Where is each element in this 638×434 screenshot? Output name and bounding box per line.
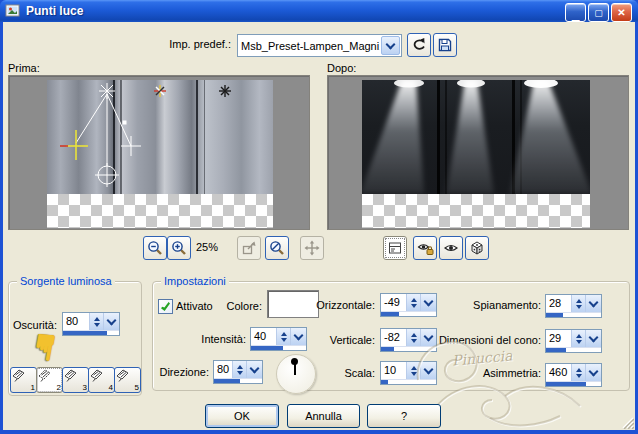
before-image[interactable]: [47, 80, 273, 228]
before-art[interactable]: [47, 80, 273, 194]
ok-button[interactable]: OK: [205, 404, 279, 428]
preset-value[interactable]: Msb_Preset-Lampen_Magni...: [238, 40, 380, 52]
light-handles-overlay[interactable]: [47, 80, 273, 194]
horizontal-label: Orizzontale:: [280, 299, 375, 311]
direction-spinner[interactable]: 80: [213, 360, 263, 384]
slider-dropdown-button[interactable]: [420, 294, 436, 311]
intensity-value[interactable]: 40: [251, 328, 276, 345]
slider-dropdown-button[interactable]: [290, 328, 306, 345]
horizontal-spinner[interactable]: -49: [380, 293, 437, 317]
scale-value[interactable]: 10: [381, 362, 406, 379]
spin-buttons[interactable]: [406, 329, 420, 346]
spin-buttons[interactable]: [89, 313, 103, 330]
proof-button[interactable]: [439, 236, 463, 260]
horizontal-value[interactable]: -49: [381, 294, 406, 311]
slider-fill: [63, 331, 107, 335]
magnifier-off-icon: [269, 240, 285, 256]
help-button-label: ?: [401, 410, 407, 422]
smoothing-value[interactable]: 28: [546, 295, 571, 312]
lamp-button-1[interactable]: 1: [10, 367, 37, 393]
maximize-icon: ▢: [594, 8, 603, 18]
minimize-icon: ▁: [572, 11, 580, 21]
lamp-icon: [89, 368, 105, 383]
slider-dropdown-button[interactable]: [420, 329, 436, 346]
punti-luce-dialog: Punti luce ▁ ▢ ✕ Imp. predef.: Msb_Prese…: [0, 0, 638, 434]
direction-dial[interactable]: [276, 354, 316, 394]
slider-track: [63, 330, 119, 335]
lamp-button-3[interactable]: 3: [62, 367, 89, 393]
reset-preset-button[interactable]: [407, 33, 431, 57]
spin-buttons[interactable]: [276, 328, 290, 345]
vertical-spinner[interactable]: -82: [380, 328, 437, 352]
slider-dropdown-button[interactable]: [585, 364, 601, 381]
slider-dropdown-button[interactable]: [246, 361, 262, 378]
cone-size-value[interactable]: 29: [546, 330, 571, 347]
chevron-down-icon: [386, 39, 396, 49]
slider-dropdown-button[interactable]: [585, 330, 601, 347]
light-source-group-title: Sorgente luminosa: [17, 275, 115, 287]
enabled-checkbox[interactable]: [158, 299, 173, 314]
close-button[interactable]: ✕: [611, 3, 632, 22]
minimize-button[interactable]: ▁: [565, 3, 586, 22]
maximize-button[interactable]: ▢: [588, 3, 609, 22]
auto-zoom-off-button[interactable]: [265, 236, 289, 260]
preset-combobox[interactable]: Msb_Preset-Lampen_Magni...: [237, 34, 402, 57]
zoom-out-button[interactable]: [143, 236, 167, 260]
fit-window-button[interactable]: [237, 236, 261, 260]
lamp-number: 2: [57, 383, 61, 392]
slider-dropdown-button[interactable]: [103, 313, 119, 330]
spin-buttons[interactable]: [406, 362, 420, 379]
lamp-button-5[interactable]: 5: [114, 367, 141, 393]
resize-grip[interactable]: [620, 415, 634, 429]
slider-dropdown-button[interactable]: [585, 295, 601, 312]
spin-buttons[interactable]: [232, 361, 246, 378]
spin-buttons[interactable]: [406, 294, 420, 311]
cone-size-spinner[interactable]: 29: [545, 329, 602, 353]
magnifier-minus-icon: [147, 240, 163, 256]
smoothing-label: Spianamento:: [430, 299, 541, 311]
spin-buttons[interactable]: [571, 295, 585, 312]
direction-value[interactable]: 80: [214, 361, 232, 378]
preview-layout-toggle[interactable]: [383, 236, 407, 260]
preview-panes-icon: [387, 240, 403, 256]
fit-window-icon: [241, 240, 257, 256]
spin-buttons[interactable]: [571, 364, 585, 381]
reset-arrow-icon: [411, 37, 427, 53]
vertical-value[interactable]: -82: [381, 329, 406, 346]
lamp-number: 1: [31, 383, 35, 392]
spin-up-icon: [94, 314, 100, 321]
after-preview-pane[interactable]: [327, 75, 629, 230]
image-icon: [5, 3, 21, 19]
light-marker[interactable]: [219, 85, 231, 97]
lamp-number: 3: [83, 383, 87, 392]
after-art: [362, 80, 590, 194]
before-preview-pane[interactable]: [8, 75, 310, 230]
pan-button[interactable]: [300, 236, 324, 260]
lamp-icon: [63, 368, 79, 383]
transparency-checker: [47, 194, 273, 228]
titlebar[interactable]: Punti luce: [0, 0, 638, 22]
darkness-value[interactable]: 80: [63, 313, 89, 330]
help-button[interactable]: ?: [367, 404, 441, 428]
lamp-button-2[interactable]: 2: [36, 367, 63, 393]
asymmetry-value[interactable]: 460: [546, 364, 571, 381]
combo-dropdown-button[interactable]: [381, 36, 400, 55]
cancel-button[interactable]: Annulla: [287, 404, 360, 428]
intensity-spinner[interactable]: 40: [250, 327, 307, 351]
direction-label: Direzione:: [152, 366, 209, 378]
randomize-button[interactable]: [465, 236, 489, 260]
spin-buttons[interactable]: [571, 330, 585, 347]
smoothing-spinner[interactable]: 28: [545, 294, 602, 318]
selected-light-handle[interactable]: [66, 130, 88, 160]
lamp-button-4[interactable]: 4: [88, 367, 115, 393]
darkness-label: Oscurità:: [13, 319, 57, 331]
slider-dropdown-button[interactable]: [420, 362, 436, 379]
pan-icon: [304, 240, 320, 256]
zoom-in-button[interactable]: [167, 236, 191, 260]
darkness-spinner[interactable]: 80: [62, 312, 120, 336]
auto-proof-button[interactable]: [413, 236, 437, 260]
scale-spinner[interactable]: 10: [380, 361, 437, 385]
lamp-icon: [37, 368, 53, 383]
asymmetry-spinner[interactable]: 460: [545, 363, 602, 387]
save-preset-button[interactable]: [433, 33, 457, 57]
